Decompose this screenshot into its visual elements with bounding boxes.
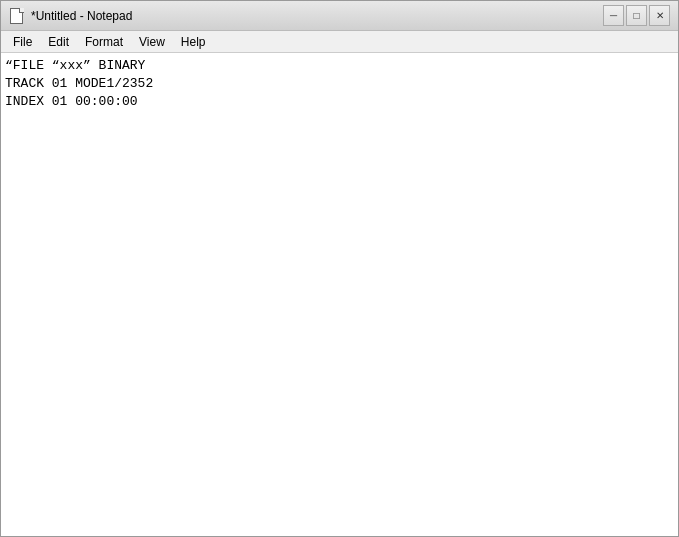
notepad-window: *Untitled - Notepad ─ □ ✕ File Edit Form… [0, 0, 679, 537]
menu-bar: File Edit Format View Help [1, 31, 678, 53]
menu-edit[interactable]: Edit [40, 31, 77, 52]
menu-format[interactable]: Format [77, 31, 131, 52]
app-icon [9, 8, 25, 24]
maximize-button[interactable]: □ [626, 5, 647, 26]
menu-view[interactable]: View [131, 31, 173, 52]
window-controls: ─ □ ✕ [603, 5, 670, 26]
close-button[interactable]: ✕ [649, 5, 670, 26]
menu-help[interactable]: Help [173, 31, 214, 52]
menu-file[interactable]: File [5, 31, 40, 52]
minimize-button[interactable]: ─ [603, 5, 624, 26]
title-bar: *Untitled - Notepad ─ □ ✕ [1, 1, 678, 31]
window-title: *Untitled - Notepad [31, 9, 603, 23]
text-editor[interactable] [1, 53, 678, 536]
